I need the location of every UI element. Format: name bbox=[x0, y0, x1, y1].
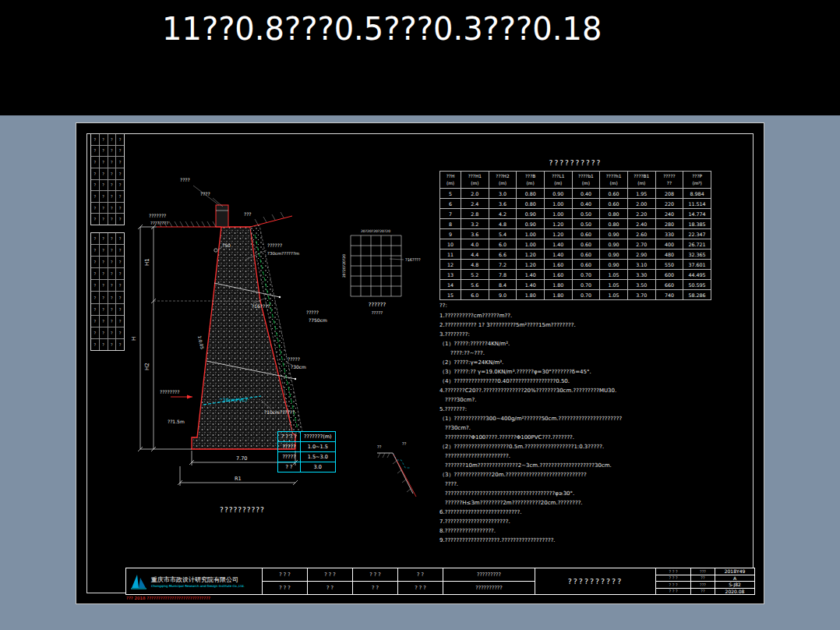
note-line: 8.?????????????????. bbox=[439, 526, 747, 536]
top-banner: 11??0.8???0.5???0.3???0.18 bbox=[0, 0, 840, 115]
design-table-cell: 0.90 bbox=[517, 209, 545, 219]
design-table-cell: 0.50 bbox=[572, 209, 600, 219]
basis-cell: 1.0~1.5 bbox=[301, 442, 336, 452]
revision-cell: ? bbox=[91, 168, 99, 179]
basis-column-header: ? ? ? ? bbox=[278, 432, 301, 442]
label-weep2: ?30cm??????m bbox=[267, 251, 299, 256]
design-table-cell: 5.2 bbox=[461, 270, 489, 280]
titleblock-right-cell: ?? bbox=[691, 589, 715, 595]
note-line: （1）?????:??????4KN/m². bbox=[439, 339, 747, 349]
anchor-head bbox=[279, 296, 281, 298]
design-table-cell: 2.4 bbox=[461, 199, 489, 209]
design-table-column-header: ???L1(m) bbox=[544, 172, 572, 189]
label-slope: 1:0.05 bbox=[197, 335, 205, 350]
titleblock-right-row: ? ? ???2020.08 bbox=[656, 588, 754, 595]
design-table-cell: 4.4 bbox=[461, 250, 489, 260]
design-table-cell: 0.40 bbox=[572, 199, 600, 209]
revision-cell: ? bbox=[91, 146, 99, 157]
design-table-row: 62.43.60.801.000.400.602.0022011.514 bbox=[440, 199, 711, 209]
design-table-cell: 740 bbox=[655, 290, 683, 300]
titleblock-cell: ? ? ? bbox=[263, 568, 307, 581]
company-name-en: Chongqing Municipal Research and Design … bbox=[151, 584, 245, 588]
design-table-cell: 7 bbox=[440, 209, 461, 219]
design-table-cell: 1.20 bbox=[517, 260, 545, 270]
revision-cell: ? bbox=[108, 280, 116, 291]
design-table-cell: 0.80 bbox=[600, 209, 628, 219]
company-logo bbox=[129, 572, 148, 591]
note-line: ???????10m??????????????2~3cm.??????????… bbox=[439, 461, 747, 470]
revision-cell: ? bbox=[99, 257, 108, 267]
design-table-cell: 1.20 bbox=[544, 219, 572, 229]
design-table-row: 104.06.01.001.400.600.902.7040026.721 bbox=[440, 239, 711, 250]
mesh-subcaption: ????? bbox=[372, 310, 383, 315]
basis-cell: 3.0 bbox=[301, 462, 336, 472]
project-name-top: ????????? bbox=[443, 568, 535, 581]
design-table-cell: 600 bbox=[655, 270, 683, 280]
sketch-label-1: ?? bbox=[402, 441, 407, 446]
revision-cell: ? bbox=[99, 180, 108, 191]
note-line: ????:??~???. bbox=[439, 349, 747, 358]
design-table-cell: 1.80 bbox=[544, 290, 572, 300]
revision-cell: ? bbox=[108, 146, 116, 157]
titleblock-cell: ? ? bbox=[308, 581, 352, 594]
design-table-cell: 3.2 bbox=[461, 219, 489, 229]
design-table-cell: 550 bbox=[655, 260, 683, 270]
notes-lines: 1.??????????cm??????m??.2.??????????? 1?… bbox=[439, 311, 747, 545]
copyright-note: ??? 2018 ???????????????????????????? bbox=[126, 596, 210, 600]
label-gravel: ?10cm?????? bbox=[264, 409, 295, 415]
mesh-bar-label: ?16???? bbox=[405, 257, 421, 262]
design-table-cell: 32.365 bbox=[683, 250, 711, 260]
revision-cell: ? bbox=[108, 327, 116, 338]
mesh-top-ticks: 20?20?20?20?20 bbox=[361, 229, 390, 233]
titleblock-company: 重庆市市政设计研究院有限公司 Chongqing Municipal Resea… bbox=[126, 568, 263, 594]
revision-cell: ? bbox=[108, 304, 116, 315]
design-table-cell: 3.6 bbox=[489, 199, 517, 209]
design-table-cell: 1.80 bbox=[544, 280, 572, 290]
revision-cell: ? bbox=[91, 203, 99, 214]
mesh-grid bbox=[351, 235, 404, 296]
revision-cell: ? bbox=[108, 203, 116, 214]
revision-cell: ? bbox=[91, 157, 99, 168]
design-table-cell: 14 bbox=[440, 280, 461, 290]
revision-cell: ? bbox=[91, 292, 99, 303]
label-pvc: ^10cmPVC? bbox=[219, 397, 248, 402]
revision-cell: ? bbox=[91, 245, 99, 256]
titleblock-cell: ? ? bbox=[398, 568, 443, 581]
note-line: （4）???????????????0.40????????????????0.… bbox=[439, 377, 747, 386]
design-table: ??H(m)???H1(m)???H2(m)???B(m)???L1(m)???… bbox=[439, 171, 711, 300]
mesh-left-ticks: 20?20?20?20 bbox=[342, 254, 346, 278]
design-table-cell: 15 bbox=[440, 290, 461, 300]
design-table-cell: 1.40 bbox=[517, 270, 545, 280]
design-table-cell: 0.60 bbox=[572, 260, 600, 270]
design-table-cell: 0.80 bbox=[600, 219, 628, 229]
label-anchor: ?16???? bbox=[252, 303, 270, 309]
dim-h1: H1 bbox=[144, 258, 150, 266]
label-embed: ???????? bbox=[160, 389, 179, 395]
basis-cell: ? ? bbox=[278, 462, 301, 472]
titleblock-cell: ? ? ? bbox=[353, 568, 397, 581]
note-line: 7.??????????????????????. bbox=[439, 517, 747, 526]
project-name-bottom: ?????????? bbox=[443, 581, 535, 594]
design-table-column-header: ???H2(m) bbox=[489, 172, 517, 189]
basis-column-header: ???????(m) bbox=[301, 432, 336, 442]
note-line: ??30cm?. bbox=[439, 423, 747, 433]
sketch-label-2: ?? bbox=[377, 444, 382, 449]
design-table-row: 72.84.20.901.000.500.802.2024014.774 bbox=[440, 209, 711, 219]
ground-hatch-right bbox=[250, 212, 292, 227]
design-table-cell: 18.385 bbox=[683, 219, 711, 229]
design-table-row: 145.68.41.401.800.701.053.5066050.595 bbox=[440, 280, 711, 290]
design-table-cell: 330 bbox=[655, 229, 683, 239]
design-table-cell: 2.00 bbox=[627, 199, 655, 209]
design-table-cell: 1.20 bbox=[517, 250, 545, 260]
revision-cell: ? bbox=[91, 268, 99, 279]
design-table-cell: 0.60 bbox=[600, 199, 628, 209]
revision-cell: ? bbox=[108, 134, 116, 145]
titleblock-cell: ? ? ? bbox=[308, 568, 352, 581]
basis-cell: ????? bbox=[278, 452, 301, 462]
revision-cell: ? bbox=[99, 304, 108, 315]
design-table-cell: 7.2 bbox=[489, 260, 517, 270]
titleblock-pair: ? ?? ? ? bbox=[398, 568, 443, 594]
label-left1: ??????? bbox=[149, 213, 166, 218]
design-table-cell: 0.60 bbox=[572, 239, 600, 250]
titleblock-right-cell: ??? bbox=[691, 582, 715, 588]
